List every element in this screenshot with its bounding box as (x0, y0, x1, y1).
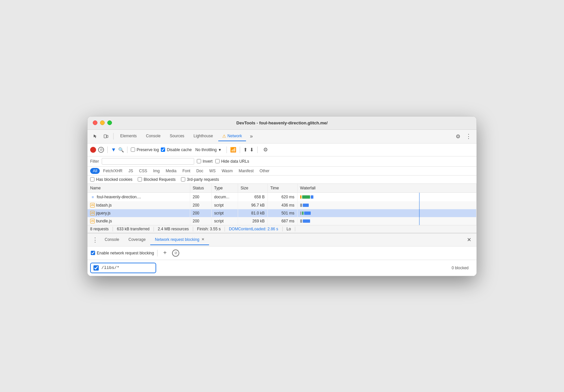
tab-sources[interactable]: Sources (166, 132, 188, 141)
blocking-item-checkbox[interactable] (93, 265, 99, 271)
col-size[interactable]: Size (238, 184, 267, 193)
invert-input[interactable] (197, 159, 201, 163)
preserve-log-checkbox[interactable]: Preserve log (131, 147, 159, 152)
blocking-item[interactable]: /libs/* (90, 263, 156, 273)
col-type[interactable]: Type (211, 184, 238, 193)
nt-separator-5 (257, 147, 258, 153)
cursor-icon[interactable] (91, 132, 100, 141)
bottom-tab-network-blocking[interactable]: Network request blocking ✕ (150, 235, 209, 245)
close-button[interactable] (93, 120, 97, 125)
col-waterfall[interactable]: Waterfall (297, 184, 476, 193)
table-row[interactable]: JSjquery.js 200 script 81.0 kB 501 ms (88, 209, 476, 217)
minimize-button[interactable] (100, 120, 105, 125)
devtools-window: DevTools - foul-heavenly-direction.glitc… (87, 116, 477, 276)
svg-rect-1 (107, 135, 108, 138)
cell-type: script (211, 201, 238, 209)
enable-blocking-checkbox[interactable]: Enable network request blocking (91, 251, 154, 255)
tab-elements[interactable]: Elements (116, 132, 141, 141)
filter-input[interactable] (104, 159, 192, 164)
clear-blocking-rules-button[interactable]: ⊘ (172, 249, 179, 257)
col-status[interactable]: Status (190, 184, 211, 193)
network-toolbar: ⊘ ▼ 🔍 Preserve log Disable cache No thro… (88, 144, 476, 156)
disable-cache-checkbox[interactable]: Disable cache (161, 147, 192, 152)
table-row[interactable]: JSbundle.js 200 script 269 kB 687 ms (88, 217, 476, 225)
blocking-toolbar: Enable network request blocking + ⊘ (88, 246, 476, 260)
table-header-row: Name Status Type Size Time Waterfall (88, 184, 476, 193)
tab-lighthouse[interactable]: Lighthouse (190, 132, 217, 141)
status-finish: Finish: 3.55 s (193, 227, 225, 231)
hide-data-urls-input[interactable] (215, 159, 220, 163)
record-button[interactable] (90, 147, 96, 153)
device-icon[interactable] (101, 132, 111, 141)
type-filter-css[interactable]: CSS (136, 168, 150, 174)
download-icon[interactable]: ⬇ (250, 147, 254, 153)
more-tabs-button[interactable]: » (247, 132, 256, 141)
blocked-requests-checkbox[interactable]: Blocked Requests (138, 177, 176, 182)
cell-size: 96.7 kB (238, 201, 267, 209)
tab-console[interactable]: Console (142, 132, 164, 141)
js-icon: JS (90, 203, 95, 208)
maximize-button[interactable] (107, 120, 112, 125)
type-filter-img[interactable]: Img (151, 168, 162, 174)
type-filter-doc[interactable]: Doc (194, 168, 206, 174)
type-filter-wasm[interactable]: Wasm (219, 168, 235, 174)
status-dom-loaded: DOMContentLoaded: 2.86 s (225, 227, 282, 231)
throttle-dropdown[interactable]: No throttling ▼ (194, 147, 224, 153)
invert-checkbox[interactable]: Invert (197, 159, 213, 164)
has-blocked-cookies-input[interactable] (90, 177, 94, 181)
blocked-requests-input[interactable] (138, 177, 142, 181)
upload-icon[interactable]: ⬆ (243, 147, 248, 153)
blocked-count: 0 blocked (452, 266, 474, 270)
status-bar: 8 requests 633 kB transferred 2.4 MB res… (88, 225, 476, 233)
waterfall-bar (300, 203, 474, 208)
filter-input-wrap (102, 158, 194, 165)
type-filter-all[interactable]: All (90, 168, 100, 174)
close-bottom-panel-button[interactable]: ✕ (464, 235, 474, 245)
bottom-tab-console[interactable]: Console (100, 235, 124, 245)
cell-time: 620 ms (267, 192, 297, 201)
cell-name: ≡foul-heavenly-direction.... (88, 192, 190, 201)
more-panels-icon[interactable]: ⋮ (90, 234, 100, 246)
bottom-tab-coverage[interactable]: Coverage (124, 235, 150, 245)
third-party-requests-checkbox[interactable]: 3rd-party requests (181, 177, 219, 182)
settings-icon[interactable]: ⚙ (453, 132, 463, 141)
cell-type: script (211, 209, 238, 217)
type-filter-media[interactable]: Media (163, 168, 179, 174)
cell-status: 200 (190, 192, 211, 201)
filter-icon[interactable]: ▼ (111, 147, 116, 153)
table-row[interactable]: ≡foul-heavenly-direction.... 200 docum..… (88, 192, 476, 201)
has-blocked-cookies-checkbox[interactable]: Has blocked cookies (90, 177, 132, 182)
nt-separator-4 (240, 147, 240, 153)
preserve-log-input[interactable] (131, 147, 135, 152)
type-filter-other[interactable]: Other (257, 168, 272, 174)
traffic-lights (93, 120, 112, 125)
nt-separator-3 (227, 147, 227, 153)
enable-blocking-input[interactable] (91, 251, 95, 255)
type-filter-manifest[interactable]: Manifest (236, 168, 256, 174)
network-settings-icon[interactable]: ⚙ (261, 145, 270, 154)
close-tab-icon[interactable]: ✕ (201, 237, 204, 242)
clear-button[interactable]: ⊘ (98, 147, 104, 153)
search-icon[interactable]: 🔍 (118, 147, 124, 152)
hide-data-urls-checkbox[interactable]: Hide data URLs (215, 159, 249, 164)
chevron-down-icon: ▼ (218, 148, 222, 152)
more-options-icon[interactable]: ⋮ (464, 132, 473, 141)
table-row[interactable]: JSlodash.js 200 script 96.7 kB 436 ms (88, 201, 476, 209)
cell-waterfall (297, 217, 476, 225)
tab-network[interactable]: ⚠ Network (218, 132, 246, 141)
col-name[interactable]: Name (88, 184, 190, 193)
type-filter-ws[interactable]: WS (207, 168, 218, 174)
title-bar: DevTools - foul-heavenly-direction.glitc… (88, 116, 476, 130)
nt-separator-1 (107, 147, 108, 153)
col-time[interactable]: Time (267, 184, 297, 193)
add-blocking-rule-button[interactable]: + (161, 249, 169, 257)
disable-cache-input[interactable] (161, 147, 165, 152)
cell-name: JSbundle.js (88, 217, 190, 225)
wifi-icon[interactable]: 📶 (230, 147, 236, 153)
status-load: Lo (283, 227, 295, 231)
type-filter-fetch-xhr[interactable]: Fetch/XHR (100, 168, 125, 174)
type-filter-js[interactable]: JS (126, 168, 136, 174)
cell-size: 269 kB (238, 217, 267, 225)
third-party-requests-input[interactable] (181, 177, 185, 181)
type-filter-font[interactable]: Font (180, 168, 193, 174)
